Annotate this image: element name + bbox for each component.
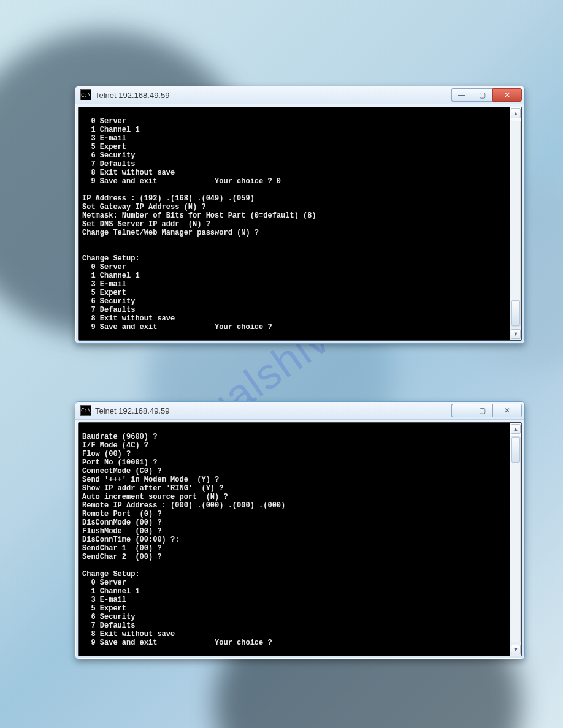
scroll-down-button[interactable]: ▼	[511, 329, 521, 339]
close-button[interactable]: ✕	[492, 88, 522, 102]
window-buttons: — ▢ ✕	[451, 88, 523, 102]
maximize-button[interactable]: ▢	[472, 88, 492, 102]
minimize-button[interactable]: —	[451, 404, 472, 417]
maximize-button[interactable]: ▢	[472, 404, 492, 417]
console-area: 0 Server 1 Channel 1 3 E-mail 5 Expert 6…	[78, 107, 522, 341]
scroll-track[interactable]	[511, 436, 521, 642]
scroll-track[interactable]	[511, 121, 521, 327]
scrollbar[interactable]: ▲ ▼	[510, 423, 521, 656]
scrollbar[interactable]: ▲ ▼	[510, 107, 521, 340]
minimize-button[interactable]: —	[451, 88, 472, 102]
scroll-thumb[interactable]	[511, 437, 520, 463]
title-left: C:\ Telnet 192.168.49.59	[80, 405, 169, 416]
title-left: C:\ Telnet 192.168.49.59	[80, 89, 169, 100]
console-output[interactable]: 0 Server 1 Channel 1 3 E-mail 5 Expert 6…	[79, 115, 510, 333]
telnet-window-1: C:\ Telnet 192.168.49.59 — ▢ ✕ 0 Server …	[75, 86, 525, 344]
close-button[interactable]: ✕	[492, 404, 522, 417]
window-title: Telnet 192.168.49.59	[95, 406, 169, 415]
page: manualshive.com C:\ Telnet 192.168.49.59…	[0, 0, 563, 728]
titlebar[interactable]: C:\ Telnet 192.168.49.59 — ▢ ✕	[75, 402, 524, 420]
scroll-up-button[interactable]: ▲	[511, 108, 521, 118]
cmd-icon: C:\	[80, 405, 91, 416]
scroll-down-button[interactable]: ▼	[511, 645, 521, 654]
console-output[interactable]: Baudrate (9600) ? I/F Mode (4C) ? Flow (…	[79, 430, 510, 648]
cmd-icon: C:\	[80, 89, 91, 100]
window-title: Telnet 192.168.49.59	[95, 91, 169, 100]
console-area: Baudrate (9600) ? I/F Mode (4C) ? Flow (…	[78, 422, 522, 656]
window-buttons: — ▢ ✕	[451, 404, 523, 417]
scroll-up-button[interactable]: ▲	[511, 424, 521, 434]
telnet-window-2: C:\ Telnet 192.168.49.59 — ▢ ✕ Baudrate …	[75, 401, 525, 659]
scroll-thumb[interactable]	[511, 300, 520, 326]
titlebar[interactable]: C:\ Telnet 192.168.49.59 — ▢ ✕	[75, 86, 524, 104]
